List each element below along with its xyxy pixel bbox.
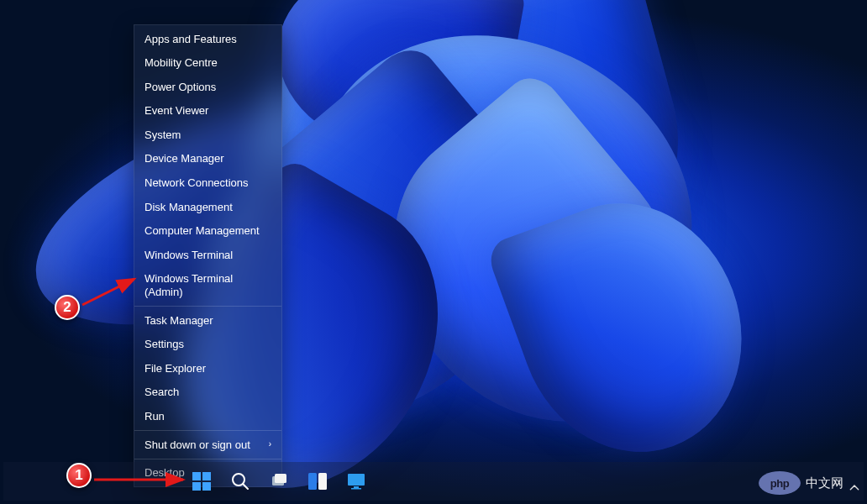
svg-line-14 [82, 279, 134, 305]
annotation-arrow-1 [92, 470, 193, 489]
svg-line-5 [243, 484, 248, 489]
menu-system[interactable]: System [134, 123, 281, 147]
windows-logo-icon [192, 471, 212, 491]
svg-rect-3 [202, 482, 211, 491]
menu-network-connections[interactable]: Network Connections [134, 171, 281, 196]
desktop-wallpaper [0, 0, 867, 504]
menu-separator [134, 459, 281, 459]
svg-rect-9 [318, 473, 327, 490]
svg-rect-12 [351, 488, 361, 490]
menu-windows-terminal[interactable]: Windows Terminal [134, 243, 281, 267]
task-view-button[interactable] [269, 471, 289, 491]
menu-settings[interactable]: Settings [134, 333, 281, 357]
menu-mobility-centre[interactable]: Mobility Centre [134, 51, 281, 76]
watermark: php 中文网 [759, 470, 843, 496]
menu-power-options[interactable]: Power Options [134, 75, 281, 99]
annotation-marker-1: 1 [66, 463, 92, 488]
widgets-button[interactable] [307, 471, 328, 491]
php-logo-icon: php [759, 471, 801, 495]
menu-file-explorer[interactable]: File Explorer [134, 356, 281, 381]
menu-apps-and-features[interactable]: Apps and Features [134, 27, 281, 51]
svg-rect-0 [192, 472, 201, 480]
menu-run[interactable]: Run [134, 405, 281, 429]
annotation-arrow-2 [81, 275, 143, 308]
search-button[interactable] [230, 471, 250, 491]
chevron-right-icon: › [269, 439, 271, 449]
menu-task-manager[interactable]: Task Manager [134, 308, 281, 333]
svg-rect-1 [202, 472, 211, 480]
menu-computer-management[interactable]: Computer Management [134, 219, 281, 244]
svg-rect-11 [354, 486, 359, 488]
menu-search[interactable]: Search [134, 381, 281, 405]
chevron-up-icon [849, 482, 860, 494]
svg-rect-7 [275, 474, 286, 483]
menu-separator [134, 430, 281, 431]
svg-rect-10 [348, 474, 365, 486]
winx-context-menu: Apps and Features Mobility Centre Power … [134, 24, 282, 487]
monitor-app-button[interactable] [346, 471, 366, 491]
annotation-marker-2: 2 [55, 295, 80, 320]
system-tray [847, 480, 862, 496]
svg-rect-2 [192, 482, 201, 491]
task-view-icon [269, 471, 289, 491]
watermark-text: 中文网 [806, 475, 843, 491]
widgets-icon [307, 471, 328, 491]
menu-device-manager[interactable]: Device Manager [134, 147, 281, 171]
svg-rect-8 [308, 473, 317, 490]
menu-shut-down-or-sign-out[interactable]: Shut down or sign out › [134, 433, 281, 457]
menu-windows-terminal-admin[interactable]: Windows Terminal (Admin) [134, 267, 281, 304]
menu-event-viewer[interactable]: Event Viewer [134, 99, 281, 123]
menu-disk-management[interactable]: Disk Management [134, 195, 281, 219]
monitor-icon [346, 471, 366, 491]
tray-overflow-button[interactable] [847, 480, 862, 496]
search-icon [230, 471, 250, 491]
menu-separator [134, 306, 281, 307]
start-button[interactable] [192, 471, 212, 491]
